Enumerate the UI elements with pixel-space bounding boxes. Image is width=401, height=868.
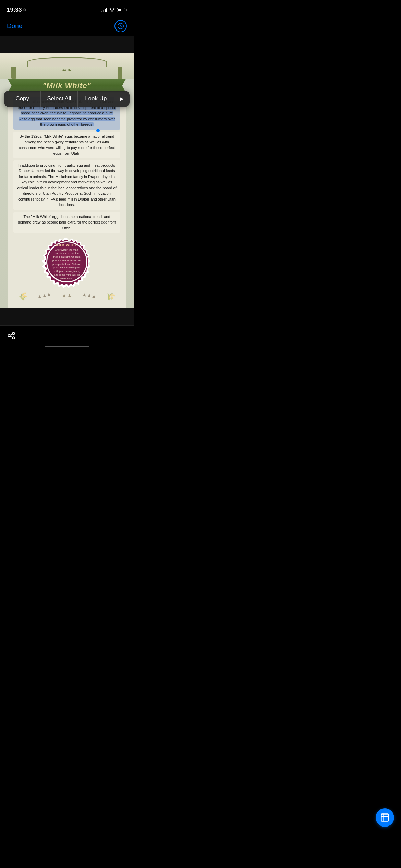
home-bar: [45, 346, 89, 347]
status-bar: 19:33 ✈: [0, 0, 134, 17]
document-title: "Milk White": [42, 81, 91, 90]
top-spacer: [0, 36, 134, 53]
paragraph-4: The "Milk White" eggs became a national …: [13, 212, 120, 233]
context-menu[interactable]: Copy Select All Look Up ▶: [4, 91, 130, 107]
done-button[interactable]: Done: [7, 22, 22, 30]
bottom-spacer: [0, 308, 134, 325]
wheat-decoration: 🌾 ▲▲▲ ▲▲ ▲▲▲ 🌾: [13, 291, 120, 304]
time-display: 19:33: [7, 7, 22, 13]
arch-decoration: ☙ ❧: [0, 53, 134, 79]
bottom-toolbar: [0, 325, 134, 343]
status-time: 19:33 ✈: [7, 7, 26, 13]
look-up-button[interactable]: Look Up: [78, 91, 114, 107]
scanned-document: ☙ ❧ "Milk White" Copy Select All Look Up…: [0, 53, 134, 308]
sketch-icon-button[interactable]: [114, 20, 127, 32]
copy-button[interactable]: Copy: [4, 91, 41, 107]
seal-title: MILK WHITE: [56, 243, 78, 247]
image-container: ☙ ❧ "Milk White" Copy Select All Look Up…: [0, 53, 134, 308]
milk-white-seal-container: MILK WHITE After water, the main substan…: [13, 236, 120, 288]
nav-bar: Done: [0, 17, 134, 36]
seal-text: After water, the main substance present …: [52, 248, 81, 281]
signal-bars: [101, 8, 107, 12]
milk-white-seal: MILK WHITE After water, the main substan…: [46, 241, 87, 282]
wifi-icon: [109, 7, 115, 13]
more-options-arrow[interactable]: ▶: [114, 96, 130, 101]
share-button[interactable]: [7, 331, 16, 340]
battery-icon: [117, 8, 127, 12]
paragraph-2: By the 1920s, "Milk White" eggs became a…: [13, 132, 120, 158]
paragraph-3: In addition to providing high quality eg…: [13, 160, 120, 210]
home-indicator: [0, 343, 134, 353]
select-all-button[interactable]: Select All: [41, 91, 77, 107]
status-icons: [101, 7, 127, 13]
location-icon: ✈: [23, 8, 26, 12]
document-body: Cooperation between Utah State Universit…: [8, 93, 125, 308]
